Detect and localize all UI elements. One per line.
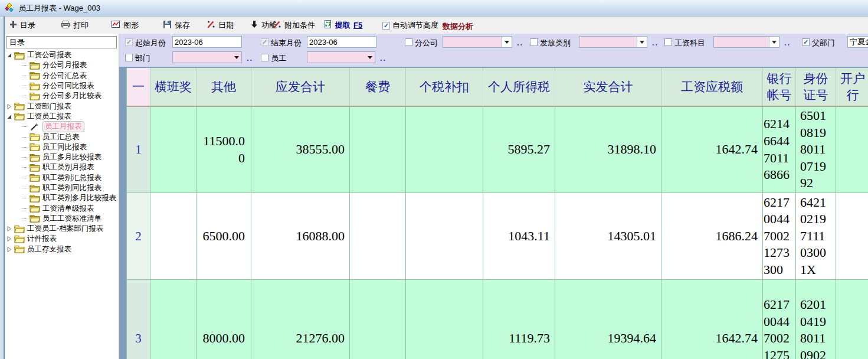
table-cell[interactable]: [836, 280, 868, 359]
tree-item-row[interactable]: 工资公司报表: [5, 50, 119, 60]
date-button[interactable]: 日期: [207, 19, 234, 31]
row-number-cell[interactable]: 1: [127, 107, 150, 192]
tree-item-row[interactable]: 员工存支报表: [5, 244, 119, 254]
row-number-cell[interactable]: 2: [127, 193, 150, 279]
catalog-button[interactable]: 目录: [9, 19, 35, 31]
table-cell[interactable]: [406, 107, 483, 192]
tree-item-selected[interactable]: 员工月报表: [5, 122, 119, 132]
table-cell[interactable]: 11500.00: [196, 107, 251, 192]
tree-expanded-icon[interactable]: [6, 113, 13, 120]
tree-item-row[interactable]: 分公司月报表: [5, 60, 119, 70]
table-cell[interactable]: [150, 193, 196, 279]
wage-subject-browse-button[interactable]: ..: [784, 41, 791, 45]
department-combobox[interactable]: [172, 51, 242, 63]
start-month-input[interactable]: [172, 36, 242, 48]
tree-item-row[interactable]: 员工多月比较报表: [5, 152, 119, 162]
table-cell[interactable]: 21276.00: [251, 280, 350, 359]
tree-item-row[interactable]: 工资部门报表: [5, 101, 119, 111]
table-cell[interactable]: 16088.00: [251, 193, 350, 279]
print-button[interactable]: 打印: [61, 19, 89, 31]
chevron-down-icon[interactable]: [365, 52, 375, 63]
table-cell[interactable]: 5895.27: [483, 107, 555, 192]
branch-checkbox[interactable]: [405, 38, 412, 46]
table-cell[interactable]: [150, 280, 196, 359]
table-cell[interactable]: [350, 107, 406, 192]
table-cell[interactable]: 31898.10: [555, 107, 661, 192]
tree-expanded-icon[interactable]: [6, 52, 13, 58]
chevron-down-icon[interactable]: [232, 52, 241, 63]
extra-condition-button[interactable]: 附加条件: [273, 19, 315, 31]
table-cell[interactable]: 1642.74: [661, 107, 763, 192]
employee-combobox[interactable]: [307, 51, 375, 63]
branch-combobox[interactable]: [443, 36, 512, 48]
chevron-down-icon[interactable]: [769, 37, 779, 47]
table-cell[interactable]: 14305.01: [555, 193, 661, 279]
table-cell[interactable]: 19394.64: [555, 280, 661, 359]
tree-item-row[interactable]: 职工类别汇总报表: [5, 173, 119, 183]
tree-item-row[interactable]: 职工类别月报表: [5, 162, 119, 172]
table-cell[interactable]: 650108198011071992: [796, 107, 836, 192]
wage-subject-checkbox[interactable]: [664, 38, 672, 46]
tree-item-row[interactable]: 工资员工-档案部门报表: [5, 224, 119, 234]
table-cell[interactable]: 1119.73: [483, 280, 555, 359]
wage-subject-combobox[interactable]: [713, 36, 779, 48]
tree-collapsed-icon[interactable]: [6, 103, 13, 110]
branch-browse-button[interactable]: ..: [517, 41, 523, 45]
table-cell[interactable]: 6214664470116866: [763, 107, 796, 192]
tree-item-row[interactable]: 分公司多月比较表: [5, 91, 119, 101]
table-cell[interactable]: 620104198011090295: [796, 280, 836, 359]
data-analysis-button[interactable]: 数据分析: [443, 21, 473, 32]
extract-button[interactable]: 提取F5: [323, 19, 362, 31]
tree-item-row[interactable]: 职工类别同比报表: [5, 183, 119, 193]
chevron-down-icon[interactable]: [502, 37, 512, 47]
table-cell[interactable]: [406, 280, 483, 359]
tree-item-row[interactable]: 工资清单级报表: [5, 203, 119, 213]
tree-item-row[interactable]: 职工类别多月比较报表: [5, 193, 119, 203]
table-cell[interactable]: [836, 107, 868, 192]
table-cell[interactable]: 6217004470021273300: [763, 193, 796, 279]
pay-category-browse-button[interactable]: ..: [652, 41, 659, 45]
table-header-row: 一横班奖其他应发合计餐费个税补扣个人所得税实发合计工资应税额银行帐号身份证号开户…: [126, 68, 868, 107]
department-browse-button[interactable]: ..: [247, 56, 253, 61]
end-month-input[interactable]: [307, 36, 376, 48]
table-cell[interactable]: 64210219711103001X: [796, 193, 836, 279]
tree-collapsed-icon[interactable]: [6, 236, 13, 242]
parent-dept-checkbox[interactable]: [802, 38, 810, 46]
tree-collapsed-icon[interactable]: [6, 246, 13, 253]
table-cell[interactable]: 38555.00: [251, 107, 350, 192]
tree-item-row[interactable]: 计件报表: [5, 234, 119, 244]
tree-item-row[interactable]: 员工同比报表: [5, 142, 119, 152]
save-button[interactable]: 保存: [163, 19, 190, 31]
row-number-cell[interactable]: 3: [127, 280, 150, 359]
pay-category-checkbox[interactable]: [530, 38, 538, 46]
end-month-checkbox[interactable]: [261, 38, 268, 46]
employee-checkbox[interactable]: [261, 54, 268, 61]
table-cell[interactable]: [406, 193, 483, 279]
table-cell[interactable]: 1642.74: [661, 280, 763, 359]
employee-browse-button[interactable]: ..: [380, 56, 386, 61]
table-cell[interactable]: [836, 193, 868, 279]
pay-category-combobox[interactable]: [579, 36, 647, 48]
parent-dept-input[interactable]: [847, 36, 868, 48]
tree-item-row[interactable]: 工资员工报表: [5, 112, 119, 122]
auto-height-toggle[interactable]: 自动调节高度: [382, 20, 438, 31]
tree-item-row[interactable]: 员工工资标准清单: [5, 214, 119, 224]
table-cell[interactable]: [150, 107, 196, 192]
chevron-down-icon[interactable]: [637, 37, 647, 47]
table-cell[interactable]: [350, 280, 406, 359]
start-month-checkbox[interactable]: [125, 38, 133, 46]
tree-item-label: 工资清单级报表: [42, 204, 94, 214]
table-cell[interactable]: 1043.11: [483, 193, 555, 279]
tree-item-row[interactable]: 分公司同比报表: [5, 81, 119, 91]
table-cell[interactable]: 6500.00: [196, 193, 251, 279]
table-cell[interactable]: 8000.00: [196, 280, 251, 359]
department-checkbox[interactable]: [125, 54, 133, 61]
table-cell[interactable]: 6217004470021275461: [763, 280, 796, 359]
table-cell[interactable]: [350, 193, 406, 279]
auto-height-checkbox[interactable]: [382, 22, 390, 30]
tree-item-row[interactable]: 分公司汇总表: [5, 71, 119, 81]
tree-item-row[interactable]: 员工汇总表: [5, 132, 119, 142]
graph-button[interactable]: 图形: [111, 19, 139, 31]
table-cell[interactable]: 1686.24: [661, 193, 763, 279]
tree-collapsed-icon[interactable]: [6, 226, 13, 232]
